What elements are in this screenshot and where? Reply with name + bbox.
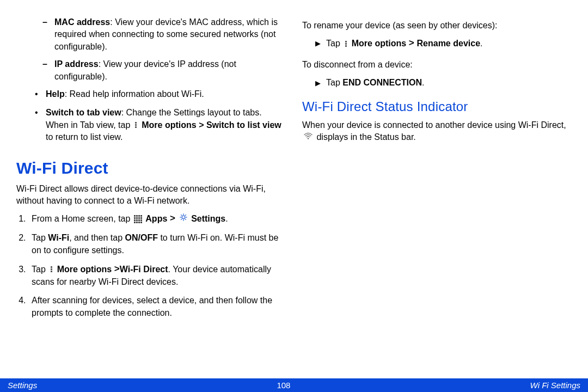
s2b: , and then tap — [69, 233, 125, 242]
action-line: ▶ Tap END CONNECTION. — [315, 77, 572, 89]
s1-settings: Settings — [191, 214, 225, 223]
step-arrow-icon: ▶ — [315, 78, 321, 89]
footer-right: Wi Fi Settings — [530, 381, 580, 390]
switch-label: Switch to tab view — [46, 108, 121, 117]
action-line: ▶ Tap More options > Rename device. — [315, 37, 572, 50]
s4: After scanning for devices, select a dev… — [32, 296, 272, 317]
s2-wifi: Wi-Fi — [48, 233, 69, 242]
two-column-layout: MAC address: View your device's MAC addr… — [0, 0, 588, 376]
sub-bullet-list: MAC address: View your device's MAC addr… — [16, 16, 286, 83]
bullet-list: Help: Read help information about Wi-Fi.… — [16, 88, 286, 144]
status-paragraph: When your device is connected to another… — [302, 119, 572, 144]
list-item: MAC address: View your device's MAC addr… — [54, 16, 286, 53]
rename-action: Tap More options > Rename device. — [326, 37, 482, 50]
footer-page: 108 — [277, 381, 290, 390]
rename-lead: To rename your device (as seen by other … — [302, 20, 572, 32]
step-1: From a Home screen, tap Apps > Settings. — [28, 212, 286, 225]
switch-gt: > — [197, 120, 204, 130]
switch-return-label: Switch to list view — [206, 120, 281, 130]
wifi-direct-icon — [303, 131, 313, 143]
s3-more: More options — [57, 265, 112, 274]
mac-label: MAC address — [54, 17, 110, 27]
svg-line-8 — [185, 215, 186, 216]
rename-tap: Tap — [326, 39, 342, 48]
wifi-direct-intro: Wi-Fi Direct allows direct device-to-dev… — [16, 183, 286, 207]
step-2: Tap Wi-Fi, and then tap ON/OFF to turn W… — [28, 232, 286, 256]
disconnect-tap: Tap — [326, 78, 342, 87]
page-footer: Settings 108 Wi Fi Settings — [0, 378, 588, 392]
step-4: After scanning for devices, select a dev… — [28, 295, 286, 319]
left-column: MAC address: View your device's MAC addr… — [16, 16, 286, 376]
step-3: Tap More options >Wi-Fi Direct. Your dev… — [28, 263, 286, 288]
help-text: : Read help information about Wi-Fi. — [65, 89, 204, 99]
step-arrow-icon: ▶ — [315, 39, 321, 50]
s3-wfd: Wi-Fi Direct — [120, 265, 168, 274]
s1-apps: Apps — [145, 214, 167, 223]
rename-device: Rename device — [417, 39, 481, 48]
status-a: When your device is connected to another… — [302, 120, 566, 130]
ip-label: IP address — [54, 59, 99, 69]
s3-gt2: > — [112, 264, 120, 274]
s2a: Tap — [32, 233, 48, 242]
footer-left: Settings — [8, 381, 37, 390]
s1a: From a Home screen, tap — [32, 214, 133, 223]
disconnect-lead: To disconnect from a device: — [302, 59, 572, 71]
s1-gt: > — [167, 213, 177, 223]
more-options-icon — [133, 121, 139, 128]
list-item: IP address: View your device's IP addres… — [54, 58, 286, 83]
steps-list: From a Home screen, tap Apps > Settings.… — [16, 212, 286, 319]
switch-return-text: to return to list view. — [46, 132, 122, 142]
svg-line-6 — [185, 219, 186, 220]
list-item: Switch to tab view: Change the Settings … — [38, 107, 286, 143]
switch-more-label: More options — [142, 120, 196, 130]
manual-page: MAC address: View your device's MAC addr… — [0, 0, 588, 392]
disconnect-end: END CONNECTION — [342, 78, 422, 87]
svg-point-9 — [308, 138, 309, 139]
rename-dot: . — [480, 39, 482, 48]
heading-wifi-direct: Wi-Fi Direct — [16, 157, 286, 180]
heading-status-indicator: Wi-Fi Direct Status Indicator — [302, 97, 572, 116]
rename-gt: > — [406, 38, 416, 48]
svg-point-0 — [182, 216, 185, 219]
disconnect-dot: . — [422, 78, 424, 87]
more-options-icon — [48, 266, 54, 273]
help-label: Help — [46, 89, 65, 99]
status-b: displays in the Status bar. — [314, 132, 416, 142]
s3a: Tap — [32, 265, 48, 274]
apps-grid-icon — [134, 215, 142, 223]
right-column: To rename your device (as seen by other … — [302, 16, 572, 376]
more-options-icon — [343, 40, 348, 47]
svg-line-5 — [181, 215, 182, 216]
settings-gear-icon — [179, 213, 188, 225]
s1-dot: . — [225, 214, 228, 223]
list-item: Help: Read help information about Wi-Fi. — [38, 88, 286, 100]
disconnect-action: Tap END CONNECTION. — [326, 77, 424, 89]
s2-onoff: ON/OFF — [125, 233, 158, 242]
rename-more: More options — [352, 39, 406, 48]
svg-line-7 — [181, 219, 182, 220]
